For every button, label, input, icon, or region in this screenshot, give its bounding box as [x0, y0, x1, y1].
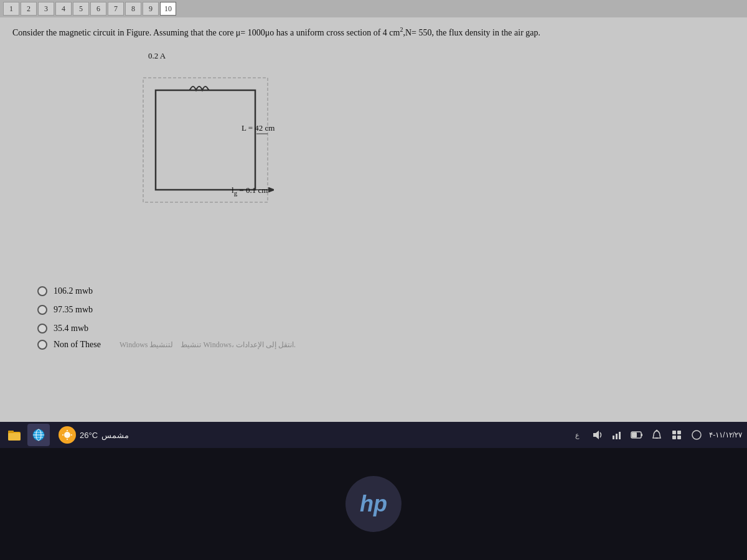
- grid-icon[interactable]: [669, 427, 684, 442]
- page-btn-2[interactable]: 2: [21, 2, 37, 16]
- page-btn-9[interactable]: 9: [143, 2, 159, 16]
- folder-icon: [7, 428, 21, 442]
- svg-rect-24: [641, 434, 642, 436]
- svg-rect-21: [616, 434, 618, 439]
- option-b-label: 97.35 mwb: [54, 305, 93, 315]
- taskbar: 26°C مشمس ع: [0, 422, 747, 448]
- volume-icon[interactable]: [590, 427, 604, 442]
- svg-rect-7: [8, 433, 21, 441]
- question-content: Consider the magnetic circuit in Figure.…: [12, 28, 540, 37]
- circuit-svg: [137, 65, 274, 221]
- option-c[interactable]: 35.4 mwb: [37, 324, 93, 334]
- page-btn-1[interactable]: 1: [3, 2, 19, 16]
- hp-logo-area: hp: [336, 467, 411, 541]
- windows-watermark-text: Windows تنشيط لتنشيط Windows، انتقل إلى …: [120, 340, 296, 350]
- laptop-body: hp: [0, 448, 747, 560]
- option-c-label: 35.4 mwb: [54, 324, 88, 334]
- svg-point-14: [64, 432, 70, 438]
- screen: 1 2 3 4 5 6 7 8 9 10 Consider the magnet…: [0, 0, 747, 448]
- language-icon[interactable]: ع: [570, 427, 585, 442]
- option-b[interactable]: 97.35 mwb: [37, 305, 93, 315]
- gap-label: lg = 0.1 cm: [232, 185, 268, 197]
- svg-rect-30: [672, 436, 676, 439]
- length-label: L = 42 cm: [242, 123, 275, 133]
- svg-rect-8: [8, 431, 14, 433]
- svg-rect-1: [156, 90, 255, 190]
- svg-point-32: [692, 431, 701, 439]
- datetime-display[interactable]: ۴-۱۱/۱۲/۲۷: [709, 431, 742, 439]
- battery-icon[interactable]: [629, 427, 644, 442]
- notifications-icon[interactable]: [649, 427, 664, 442]
- temperature-display: 26°C: [80, 431, 98, 440]
- svg-marker-19: [593, 431, 599, 439]
- pagination-bar: 1 2 3 4 5 6 7 8 9 10: [0, 0, 747, 17]
- radio-c[interactable]: [37, 324, 47, 334]
- weather-widget[interactable]: 26°C مشمس: [59, 426, 129, 444]
- options-area: 106.2 mwb 97.35 mwb 35.4 mwb: [37, 286, 93, 342]
- page-btn-10[interactable]: 10: [160, 2, 176, 16]
- network-icon[interactable]: [609, 427, 624, 442]
- option-d-row[interactable]: Non of These Windows تنشيط لتنشيط Window…: [37, 340, 296, 350]
- taskbar-right: ع: [570, 427, 742, 442]
- radio-d[interactable]: [37, 340, 47, 350]
- page-btn-5[interactable]: 5: [73, 2, 89, 16]
- svg-rect-20: [613, 436, 614, 439]
- page-btn-6[interactable]: 6: [90, 2, 106, 16]
- browser-icon: [32, 429, 45, 441]
- page-btn-4[interactable]: 4: [55, 2, 72, 16]
- svg-rect-28: [672, 431, 676, 434]
- page-btn-7[interactable]: 7: [108, 2, 124, 16]
- sun-icon: [59, 426, 76, 444]
- option-d-label: Non of These: [54, 340, 101, 350]
- radio-a[interactable]: [37, 286, 47, 296]
- weather-label: مشمس: [101, 431, 129, 440]
- question-text: Consider the magnetic circuit in Figure.…: [12, 25, 735, 39]
- option-a[interactable]: 106.2 mwb: [37, 286, 93, 296]
- option-a-label: 106.2 mwb: [54, 286, 93, 296]
- file-explorer-icon[interactable]: [5, 426, 24, 444]
- hp-logo: hp: [345, 476, 402, 532]
- browser-app[interactable]: [27, 424, 50, 446]
- svg-rect-29: [677, 431, 681, 434]
- page-btn-3[interactable]: 3: [38, 2, 54, 16]
- current-label: 0.2 A: [148, 51, 166, 61]
- page-btn-8[interactable]: 8: [125, 2, 141, 16]
- svg-rect-0: [143, 78, 268, 202]
- circle-icon[interactable]: [689, 427, 704, 442]
- svg-rect-25: [632, 432, 637, 437]
- svg-rect-22: [619, 432, 621, 439]
- circuit-diagram: 0.2 A L = 42 cm lg = 0.1 cm: [112, 50, 274, 224]
- radio-b[interactable]: [37, 305, 47, 315]
- svg-point-27: [656, 430, 658, 432]
- svg-rect-31: [677, 436, 681, 439]
